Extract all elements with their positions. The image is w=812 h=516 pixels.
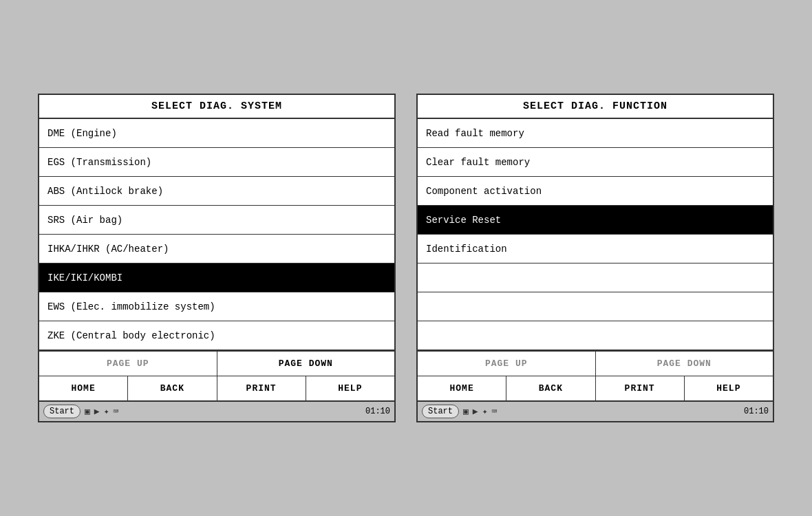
left-nav-row-top: PAGE UP PAGE DOWN: [39, 352, 394, 376]
right-taskbar-icon-keyboard: ⌨: [492, 406, 498, 417]
left-panel-title: SELECT DIAG. SYSTEM: [39, 95, 394, 119]
right-help-button[interactable]: HELP: [685, 376, 773, 400]
right-menu-item[interactable]: [418, 321, 773, 350]
left-menu-item[interactable]: IHKA/IHKR (AC/heater): [39, 235, 394, 264]
left-print-button[interactable]: PRINT: [217, 376, 306, 400]
right-nav-row-top: PAGE UP PAGE DOWN: [418, 352, 773, 376]
right-page-up-button[interactable]: PAGE UP: [418, 352, 595, 376]
right-panel-title: SELECT DIAG. FUNCTION: [418, 95, 773, 119]
right-taskbar: Start ▣ ▶ ✦ ⌨ 01:10: [418, 400, 773, 421]
left-menu-list: DME (Engine)EGS (Transmission)ABS (Antil…: [39, 119, 394, 350]
left-menu-item[interactable]: DME (Engine): [39, 119, 394, 148]
right-nav-row-bottom: HOME BACK PRINT HELP: [418, 376, 773, 400]
left-menu-item[interactable]: ZKE (Central body electronic): [39, 321, 394, 350]
right-back-button[interactable]: BACK: [506, 376, 595, 400]
left-nav-section: PAGE UP PAGE DOWN HOME BACK PRINT HELP: [39, 350, 394, 400]
left-taskbar: Start ▣ ▶ ✦ ⌨ 01:10: [39, 400, 394, 421]
right-menu-item[interactable]: Component activation: [418, 177, 773, 206]
right-taskbar-icon-window: ▣: [463, 406, 469, 417]
left-menu-item[interactable]: ABS (Antilock brake): [39, 177, 394, 206]
right-taskbar-icon-cursor: ▶: [473, 406, 478, 417]
right-menu-item[interactable]: [418, 264, 773, 292]
left-home-button[interactable]: HOME: [39, 376, 128, 400]
right-menu-item[interactable]: Clear fault memory: [418, 148, 773, 177]
right-menu-item[interactable]: Read fault memory: [418, 119, 773, 148]
right-menu-item[interactable]: [418, 292, 773, 321]
right-menu-item[interactable]: Service Reset: [418, 206, 773, 235]
left-taskbar-icon-keyboard: ⌨: [114, 406, 119, 417]
right-taskbar-time: 01:10: [744, 407, 769, 416]
left-taskbar-time: 01:10: [365, 407, 390, 416]
right-print-button[interactable]: PRINT: [596, 376, 685, 400]
left-menu-item[interactable]: EWS (Elec. immobilize system): [39, 292, 394, 321]
right-menu-item[interactable]: Identification: [418, 235, 773, 264]
left-menu-item[interactable]: EGS (Transmission): [39, 148, 394, 177]
left-taskbar-icon-brightness: ✦: [104, 406, 109, 417]
left-taskbar-icon-window: ▣: [85, 406, 90, 417]
left-menu-item[interactable]: SRS (Air bag): [39, 206, 394, 235]
left-taskbar-icon-cursor: ▶: [94, 406, 100, 417]
left-nav-row-bottom: HOME BACK PRINT HELP: [39, 376, 394, 400]
left-page-up-button[interactable]: PAGE UP: [39, 352, 217, 376]
right-menu-list: Read fault memoryClear fault memoryCompo…: [418, 119, 773, 350]
right-start-button[interactable]: Start: [422, 405, 459, 418]
right-nav-section: PAGE UP PAGE DOWN HOME BACK PRINT HELP: [418, 350, 773, 400]
left-menu-item[interactable]: IKE/IKI/KOMBI: [39, 264, 394, 292]
left-start-button[interactable]: Start: [43, 405, 81, 418]
right-home-button[interactable]: HOME: [418, 376, 506, 400]
right-taskbar-icon-brightness: ✦: [482, 406, 488, 417]
left-help-button[interactable]: HELP: [306, 376, 394, 400]
left-back-button[interactable]: BACK: [128, 376, 217, 400]
left-page-down-button[interactable]: PAGE DOWN: [217, 352, 395, 376]
right-page-down-button[interactable]: PAGE DOWN: [596, 352, 773, 376]
left-panel: SELECT DIAG. SYSTEM DME (Engine)EGS (Tra…: [38, 94, 396, 422]
right-panel: SELECT DIAG. FUNCTION Read fault memoryC…: [416, 94, 774, 422]
